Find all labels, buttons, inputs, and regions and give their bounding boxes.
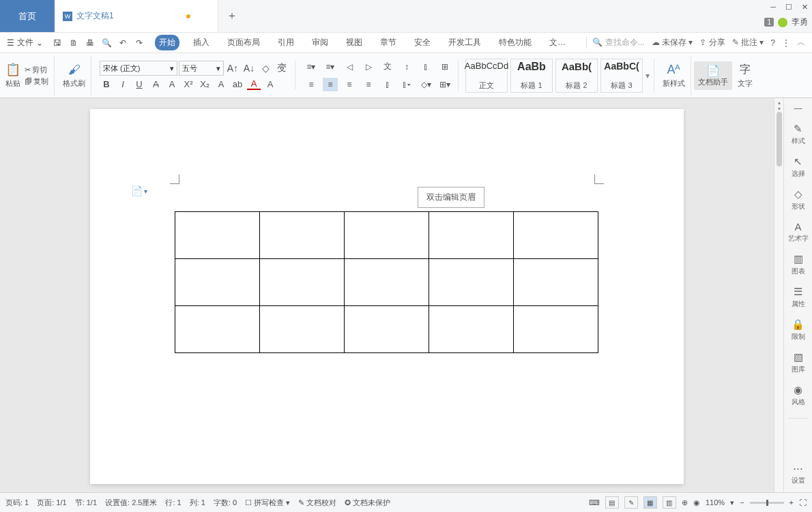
align-right-icon[interactable]: ≡ (342, 78, 357, 91)
input-mode-icon[interactable]: ⌨ (589, 498, 600, 507)
zoom-in-icon[interactable]: + (789, 498, 794, 507)
save-icon[interactable]: 🖫 (51, 38, 63, 48)
scroll-nav-icon[interactable]: ▴▾ (776, 100, 782, 108)
maximize-icon[interactable]: ☐ (785, 3, 792, 12)
highlight-icon[interactable]: A (165, 79, 179, 89)
sort-icon[interactable]: ↕ (399, 60, 414, 74)
char-shading-icon[interactable]: ab (231, 79, 244, 89)
tab-chapter[interactable]: 章节 (376, 35, 401, 50)
shading-icon[interactable]: ◇▾ (418, 78, 433, 91)
phonetic-icon[interactable]: 变 (274, 61, 289, 76)
help-icon[interactable]: ? (770, 38, 775, 48)
rail-select[interactable]: ↖选择 (792, 155, 805, 179)
paste-icon[interactable]: 📋 (5, 62, 20, 77)
status-col[interactable]: 列: 1 (190, 498, 205, 508)
rail-styles[interactable]: ✎样式 (792, 123, 805, 146)
borders-icon[interactable]: ⊞▾ (437, 78, 452, 91)
italic-icon[interactable]: I (116, 79, 130, 89)
copy-button[interactable]: 🗐 复制 (25, 76, 48, 87)
status-page[interactable]: 页面: 1/1 (37, 498, 66, 508)
numbering-icon[interactable]: ≡▾ (323, 60, 338, 74)
command-search[interactable]: 🔍 查找命令... (586, 37, 644, 48)
rail-properties[interactable]: ☰属性 (792, 286, 805, 309)
document-page[interactable]: 📄▾ 双击编辑页眉 (90, 109, 684, 484)
vertical-scrollbar[interactable]: ▴▾ (774, 98, 783, 492)
close-icon[interactable]: ✕ (802, 3, 808, 12)
tab-page-layout[interactable]: 页面布局 (223, 35, 264, 50)
header-indicator-icon[interactable]: 📄▾ (131, 185, 147, 196)
font-size-select[interactable]: 五号▾ (179, 61, 224, 76)
bold-icon[interactable]: B (100, 79, 113, 89)
underline-icon[interactable]: U (132, 79, 146, 89)
superscript-icon[interactable]: X² (182, 79, 195, 89)
cut-button[interactable]: ✂ 剪切 (25, 65, 48, 75)
comments-button[interactable]: ✎ 批注 ▾ (732, 37, 764, 48)
shrink-font-icon[interactable]: A↓ (242, 61, 257, 76)
unsaved-button[interactable]: ☁ 未保存 ▾ (652, 37, 693, 48)
preview-icon[interactable]: 🔍 (100, 38, 113, 48)
paste-label[interactable]: 粘贴 (5, 78, 20, 89)
char-border-icon[interactable]: A (263, 79, 277, 89)
tab-start[interactable]: 开始 (155, 35, 179, 50)
minimize-icon[interactable]: ─ (770, 3, 776, 11)
bullets-icon[interactable]: ≡▾ (304, 60, 319, 74)
tab-more[interactable]: 文… (545, 35, 570, 50)
web-layout-icon[interactable]: ⊕ (682, 498, 688, 507)
status-page-num[interactable]: 页码: 1 (5, 498, 29, 508)
style-heading1[interactable]: AaBb标题 1 (510, 59, 553, 93)
undo-icon[interactable]: ↶ (117, 38, 129, 48)
strike-icon[interactable]: A̶ (149, 79, 162, 89)
zoom-out-icon[interactable]: − (740, 498, 744, 507)
styles-expand-icon[interactable]: ▾ (646, 71, 650, 80)
view-print-icon[interactable]: ▦ (643, 496, 657, 509)
zoom-label[interactable]: 110% (706, 498, 725, 507)
tab-developer[interactable]: 开发工具 (444, 35, 485, 50)
new-style-button[interactable]: Aᴬ 新样式 (657, 56, 691, 95)
table-row[interactable] (175, 259, 598, 306)
scroll-thumb[interactable] (777, 112, 782, 166)
style-heading2[interactable]: AaBb(标题 2 (555, 59, 598, 93)
share-button[interactable]: ⇪ 分享 (699, 37, 725, 48)
page-scroll[interactable]: 📄▾ 双击编辑页眉 (0, 98, 774, 492)
reading-icon[interactable]: ◉ (693, 498, 700, 507)
file-menu[interactable]: ☰ 文件 ⌄ (7, 37, 43, 48)
print-icon[interactable]: 🖶 (84, 38, 96, 48)
tab-review[interactable]: 审阅 (308, 35, 332, 50)
align-left-icon[interactable]: ≡ (304, 78, 319, 91)
home-tab[interactable]: 首页 (0, 0, 55, 32)
format-painter[interactable]: 🖌 格式刷 (57, 56, 91, 95)
avatar-icon[interactable] (778, 18, 787, 27)
username-label[interactable]: 李勇 (792, 16, 808, 28)
tab-insert[interactable]: 插入 (189, 35, 214, 50)
document-table[interactable] (175, 211, 598, 353)
rail-theme[interactable]: ◉风格 (792, 384, 805, 407)
align-justify-icon[interactable]: ≡ (361, 78, 376, 91)
fullscreen-icon[interactable]: ⛶ (799, 498, 807, 507)
document-tab[interactable]: W 文字文稿1 (55, 0, 218, 32)
rail-settings[interactable]: ⋯设置 (792, 462, 805, 485)
spacing-icon[interactable]: ⫿▾ (399, 78, 414, 91)
doc-helper-button[interactable]: 📄 文档助手 (694, 61, 732, 90)
tab-view[interactable]: 视图 (342, 35, 366, 50)
font-color-icon[interactable]: A (247, 78, 261, 90)
text-direction-icon[interactable]: 文 (380, 60, 395, 74)
table-row[interactable] (175, 306, 598, 353)
status-section[interactable]: 节: 1/1 (75, 498, 97, 508)
rail-chart[interactable]: ▥图表 (792, 253, 805, 276)
line-spacing-icon[interactable]: ⫿ (418, 60, 433, 74)
notification-badge[interactable]: 1 (764, 18, 774, 27)
font-name-select[interactable]: 宋体 (正文)▾ (100, 61, 177, 76)
show-marks-icon[interactable]: ⊞ (437, 60, 452, 74)
style-heading3[interactable]: AaBbC(标题 3 (600, 59, 643, 93)
rail-gallery[interactable]: ▧图库 (792, 351, 805, 374)
status-line[interactable]: 行: 1 (165, 498, 181, 508)
text-effects-icon[interactable]: A (214, 79, 228, 89)
clear-format-icon[interactable]: ◇ (258, 61, 273, 76)
rail-collapse-icon[interactable]: — (794, 104, 802, 113)
tab-features[interactable]: 特色功能 (495, 35, 536, 50)
decrease-indent-icon[interactable]: ◁ (342, 60, 357, 74)
grow-font-icon[interactable]: A↑ (225, 61, 240, 76)
zoom-slider[interactable] (750, 502, 784, 504)
tab-security[interactable]: 安全 (410, 35, 435, 50)
more-icon[interactable]: ⋮ (782, 38, 790, 48)
